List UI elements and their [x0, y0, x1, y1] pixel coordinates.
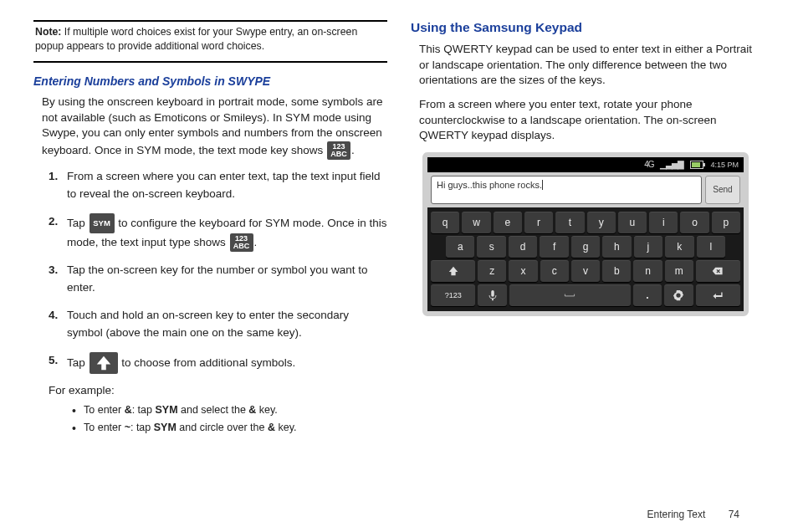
text-input-area: Hi guys..this phone rocks. Send — [427, 172, 744, 207]
lte-icon: 4G — [644, 160, 653, 169]
note-text: If multiple word choices exist for your … — [35, 26, 357, 52]
s2a: Tap — [67, 216, 89, 228]
status-bar: 4G ▁▃▅▇ 4:15 PM — [427, 157, 744, 172]
key-m[interactable]: m — [665, 260, 693, 282]
key-v[interactable]: v — [571, 260, 600, 282]
ex2b: : tap — [130, 422, 154, 433]
key-e[interactable]: e — [494, 212, 522, 233]
ex1d: key. — [256, 404, 277, 416]
key-a[interactable]: a — [446, 236, 474, 258]
message-text: Hi guys..this phone rocks. — [437, 180, 542, 190]
key-x[interactable]: x — [509, 260, 537, 282]
text-cursor — [542, 180, 543, 190]
key-j[interactable]: j — [634, 236, 662, 258]
key-u[interactable]: u — [618, 212, 647, 233]
s5a: Tap — [67, 356, 89, 368]
step-3: 3. Tap the on-screen key for the number … — [49, 262, 387, 297]
signal-icon: ▁▃▅▇ — [660, 160, 683, 169]
example-2: To enter ~: tap SYM and circle over the … — [72, 419, 387, 437]
ex1-amp: & — [125, 404, 132, 416]
message-input[interactable]: Hi guys..this phone rocks. — [431, 176, 702, 204]
swype-intro: By using the onscreen keyboard in portra… — [42, 95, 387, 160]
key-c[interactable]: c — [540, 260, 569, 282]
step-1: 1. From a screen where you can enter tex… — [49, 168, 387, 203]
key-l[interactable]: l — [697, 236, 725, 258]
step-2: 2. Tap SYM to configure the keyboard for… — [49, 213, 387, 252]
send-button[interactable]: Send — [705, 176, 740, 204]
key-i[interactable]: i — [649, 212, 678, 233]
key-k[interactable]: k — [665, 236, 693, 258]
right-p2: From a screen where you enter text, rota… — [419, 97, 765, 144]
key-z[interactable]: z — [478, 260, 506, 282]
key-p[interactable]: p — [712, 212, 740, 233]
status-time: 4:15 PM — [710, 161, 739, 169]
ex2a: To enter — [84, 422, 125, 433]
key-t[interactable]: t — [555, 212, 584, 233]
s2c: . — [254, 235, 258, 248]
key-n[interactable]: n — [633, 260, 662, 282]
step-2-text: Tap SYM to configure the keyboard for SY… — [67, 213, 387, 252]
ex2-amp: & — [268, 422, 275, 433]
key-b[interactable]: b — [602, 260, 631, 282]
step-3-text: Tap the on-screen key for the number or … — [67, 262, 387, 297]
heading-swype: Entering Numbers and Symbols in SWYPE — [33, 74, 387, 88]
kb-row-4: ?123 . — [431, 284, 740, 306]
footer-section: Entering Text — [647, 509, 705, 520]
key-f[interactable]: f — [540, 236, 568, 258]
qwerty-keyboard: q w e r t y u i o p a s d f g h — [427, 207, 744, 311]
key-q[interactable]: q — [431, 212, 459, 233]
key-w[interactable]: w — [462, 212, 490, 233]
ex2d: key. — [275, 422, 296, 433]
gear-icon — [673, 289, 684, 301]
step-number: 3. — [49, 262, 67, 297]
key-r[interactable]: r — [524, 212, 553, 233]
key-y[interactable]: y — [587, 212, 616, 233]
s2b: to configure the keyboard for SYM mode. … — [67, 216, 386, 248]
enter-icon — [712, 289, 724, 301]
right-p1: This QWERTY keypad can be used to enter … — [419, 42, 765, 89]
ex1c: and select the — [178, 404, 249, 416]
key-shift[interactable] — [431, 260, 475, 282]
key-s[interactable]: s — [477, 236, 505, 258]
step-number: 4. — [49, 307, 67, 342]
examples-list: To enter &: tap SYM and select the & key… — [72, 402, 387, 437]
shift-icon — [448, 265, 459, 277]
right-column: Using the Samsung Keypad This QWERTY key… — [411, 20, 765, 524]
footer-page-number: 74 — [729, 509, 739, 520]
step-number: 1. — [49, 168, 67, 203]
ex2-tilde: ~ — [125, 422, 130, 433]
steps-list: 1. From a screen where you can enter tex… — [49, 168, 387, 374]
key-123-abc-icon: 123 ABC — [230, 233, 253, 252]
note-box: Note: If multiple word choices exist for… — [33, 20, 387, 63]
step-1-text: From a screen where you can enter text, … — [67, 168, 387, 203]
space-icon — [564, 289, 575, 301]
key-h[interactable]: h — [602, 236, 631, 258]
ex1a: To enter — [84, 404, 125, 416]
manual-page: Note: If multiple word choices exist for… — [0, 0, 798, 532]
step-number: 5. — [49, 352, 67, 374]
step-5: 5. Tap to choose from additional symbols… — [49, 352, 387, 374]
heading-samsung-keypad: Using the Samsung Keypad — [411, 20, 765, 35]
ex1-sym: SYM — [155, 404, 177, 416]
ex2c: and circle over the — [176, 422, 268, 433]
swype-intro-b: . — [351, 144, 355, 156]
key-settings[interactable] — [664, 284, 693, 306]
key-period[interactable]: . — [633, 284, 662, 306]
step-4: 4. Touch and hold an on-screen key to en… — [49, 307, 387, 342]
step-number: 2. — [49, 213, 67, 252]
key-up-arrow-icon — [90, 352, 118, 374]
key-o[interactable]: o — [680, 212, 708, 233]
step-4-text: Touch and hold an on-screen key to enter… — [67, 307, 387, 342]
key-space[interactable] — [509, 284, 631, 306]
for-example: For example: — [49, 384, 387, 396]
key-enter[interactable] — [696, 284, 740, 306]
key-g[interactable]: g — [571, 236, 600, 258]
page-footer: Entering Text 74 — [647, 509, 739, 520]
key-backspace[interactable] — [696, 260, 740, 282]
s5b: to choose from additional symbols. — [121, 356, 295, 368]
backspace-icon — [712, 265, 724, 277]
left-column: Note: If multiple word choices exist for… — [33, 20, 387, 524]
key-d[interactable]: d — [509, 236, 537, 258]
key-voice[interactable] — [478, 284, 506, 306]
key-sym-mode[interactable]: ?123 — [431, 284, 475, 306]
